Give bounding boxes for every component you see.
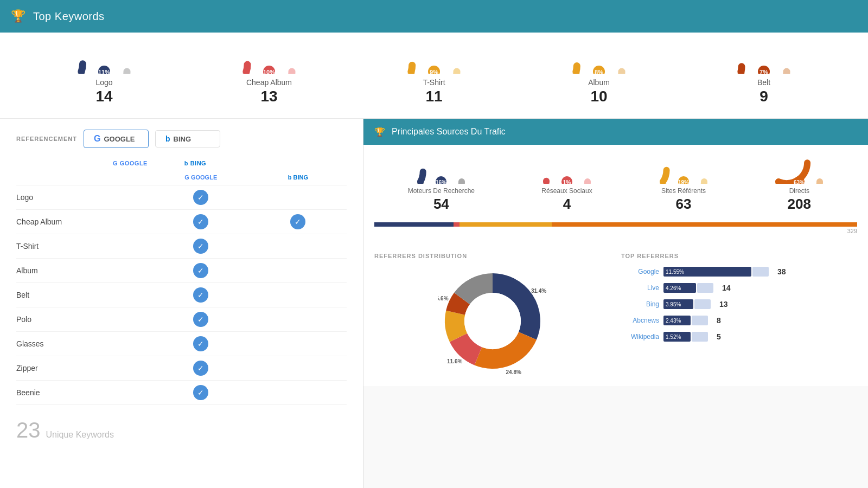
referrer-bar-wrap: 1.52%	[663, 332, 708, 342]
kw-count: 11	[407, 88, 461, 105]
progress-segment	[552, 222, 857, 227]
bing-check	[250, 381, 347, 405]
referrer-bar: 1.52%	[663, 332, 691, 342]
keyword-name: Beenie	[16, 381, 152, 405]
sources-header: 🏆 Principales Sources Du Trafic	[363, 119, 868, 145]
referrers-distribution: REFERRERS DISTRIBUTION 31.4%24.8%11.6%6.…	[374, 253, 610, 375]
referrer-pct: 4.26%	[663, 285, 683, 291]
keyword-name: Album	[16, 259, 152, 283]
keyword-name: Polo	[16, 307, 152, 332]
kw-count: 14	[77, 88, 131, 105]
bing-check: ✓	[250, 210, 347, 234]
kw-label: Cheap Album	[242, 78, 296, 87]
referrer-name: Wikipedia	[621, 333, 659, 341]
bing-check	[250, 356, 347, 381]
donut-segment	[455, 299, 462, 313]
sources-row: 16% Moteurs De Recherche 54 1% Réseaux S…	[363, 145, 868, 218]
source-gauge: 1%	[542, 156, 591, 184]
svg-text:6.6%: 6.6%	[438, 296, 449, 301]
top-keyword-item: 9% T-Shirt 11	[407, 43, 461, 105]
top-keyword-item: 8% Album 10	[572, 43, 626, 105]
bing-check	[250, 332, 347, 356]
progress-segment	[374, 222, 454, 227]
top-keyword-item: 11% Logo 14	[77, 43, 131, 105]
referrer-name: Bing	[621, 300, 659, 308]
source-gauge: 16%	[417, 156, 465, 184]
referencement-label: REFERENCEMENT	[16, 136, 77, 142]
table-row: Logo ✓	[16, 185, 347, 210]
keyword-name: Glasses	[16, 332, 152, 356]
bing-check	[250, 185, 347, 210]
gauge-logo: 11%	[77, 43, 131, 74]
unique-label: Unique Keywords	[46, 430, 114, 440]
referrer-count: 13	[719, 300, 728, 309]
google-button[interactable]: G GOOGLE	[84, 130, 149, 148]
keyword-name: Logo	[16, 185, 152, 210]
referrer-bar-wrap: 3.95%	[663, 299, 711, 309]
source-item: 1% Réseaux Sociaux 4	[541, 156, 592, 213]
unique-count: 23	[16, 418, 41, 442]
progress-segment	[454, 222, 459, 227]
google-label: GOOGLE	[104, 135, 135, 143]
source-count: 63	[659, 196, 708, 213]
svg-text:16%: 16%	[436, 179, 446, 184]
google-check: ✓	[152, 234, 250, 259]
source-label: Directs	[775, 187, 824, 195]
bottom-section: REFERRERS DISTRIBUTION 31.4%24.8%11.6%6.…	[363, 242, 868, 386]
source-label: Moteurs De Recherche	[408, 187, 475, 195]
top-referrers-section: TOP REFERRERS Google 11.55% 38 Live 4.26…	[621, 253, 857, 375]
progress-segment	[459, 222, 552, 227]
top-keyword-item: 7% Belt 9	[737, 43, 791, 105]
table-row: Belt ✓	[16, 283, 347, 307]
referrer-row: Abcnews 2.43% 8	[621, 316, 857, 325]
sources-trophy-icon: 🏆	[374, 127, 385, 137]
bing-col-header: b BING	[184, 160, 206, 166]
source-item: 19% Sites Référents 63	[659, 156, 708, 213]
google-check: ✓	[152, 259, 250, 283]
kw-label: T-Shirt	[407, 78, 461, 87]
google-check: ✓	[152, 307, 250, 332]
svg-text:1%: 1%	[563, 179, 571, 184]
keyword-name: T-Shirt	[16, 234, 152, 259]
referrer-row: Live 4.26% 14	[621, 283, 857, 293]
table-row: Album ✓	[16, 259, 347, 283]
kw-count: 10	[572, 88, 626, 105]
right-panel: 🏆 Principales Sources Du Trafic 16% Mote…	[363, 119, 868, 488]
referrer-row: Google 11.55% 38	[621, 267, 857, 277]
referrer-count: 5	[717, 332, 721, 341]
total-label: 329	[374, 228, 857, 234]
table-row: Zipper ✓	[16, 356, 347, 381]
top-keywords-section: 11% Logo 14 10% Cheap Album 13 9% T-Shir…	[0, 33, 868, 119]
referrer-bar-wrap: 11.55%	[663, 267, 769, 277]
svg-text:31.4%: 31.4%	[531, 288, 546, 294]
app-header: 🏆 Top Keywords	[0, 0, 868, 33]
bing-label: BING	[174, 135, 192, 143]
svg-text:7%: 7%	[760, 69, 768, 74]
keywords-table: G GOOGLEb BING Logo ✓ Cheap Album ✓ ✓ T-…	[16, 170, 347, 405]
bing-button[interactable]: b BING	[155, 130, 220, 147]
keyword-name: Belt	[16, 283, 152, 307]
table-row: Beenie ✓	[16, 381, 347, 405]
svg-text:8%: 8%	[595, 69, 603, 74]
gauge-cheap-album: 10%	[242, 43, 296, 74]
sources-title: Principales Sources Du Trafic	[392, 127, 506, 137]
trophy-icon: 🏆	[11, 9, 25, 23]
bing-icon: b	[165, 134, 170, 143]
main-content: REFERENCEMENT G GOOGLE b BING G GOOGLE b…	[0, 119, 868, 488]
google-check: ✓	[152, 356, 250, 381]
bing-check	[250, 259, 347, 283]
table-row: Glasses ✓	[16, 332, 347, 356]
referrer-bar: 11.55%	[663, 267, 751, 277]
referrer-bar-wrap: 4.26%	[663, 283, 713, 293]
source-count: 208	[775, 196, 824, 213]
referrer-bar: 2.43%	[663, 316, 691, 325]
referrer-pct: 2.43%	[663, 318, 683, 324]
google-check: ✓	[152, 332, 250, 356]
referrer-bar-wrap: 2.43%	[663, 316, 708, 325]
source-label: Réseaux Sociaux	[541, 187, 592, 195]
referrer-bar: 4.26%	[663, 283, 696, 293]
source-gauge: 19%	[659, 156, 708, 184]
kw-label: Album	[572, 78, 626, 87]
referrer-name: Live	[621, 284, 659, 292]
referencement-header: REFERENCEMENT G GOOGLE b BING	[16, 130, 347, 148]
